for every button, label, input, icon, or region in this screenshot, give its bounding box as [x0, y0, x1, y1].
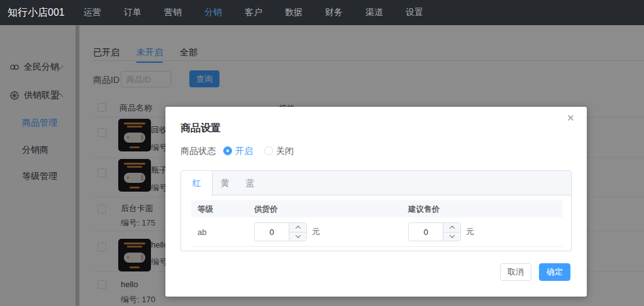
- topnav-item-orders[interactable]: 订单: [124, 7, 142, 18]
- column-header-suggested-price: 建议售价: [408, 205, 440, 214]
- supply-price-stepper: [254, 222, 307, 241]
- price-table-header: 等级 供货价 建议售价: [191, 200, 562, 217]
- topnav-item-settings[interactable]: 设置: [406, 7, 423, 18]
- tab-red[interactable]: 红: [181, 171, 213, 196]
- topnav-item-distribution[interactable]: 分销: [204, 7, 222, 18]
- topnav-item-marketing[interactable]: 营销: [164, 7, 182, 18]
- topnav-item-data[interactable]: 数据: [285, 7, 303, 18]
- topnav-item-customers[interactable]: 客户: [245, 7, 262, 18]
- close-icon[interactable]: ✕: [567, 113, 575, 123]
- suggested-price-stepper: [408, 222, 461, 241]
- price-table-row: ab 元: [191, 217, 562, 247]
- topnav-item-operations[interactable]: 运营: [84, 7, 101, 18]
- color-tabs-card: 红 黄 蓝 等级 供货价 建议售价 ab: [180, 170, 572, 251]
- product-settings-dialog: ✕ 商品设置 商品状态 开启 关闭 红 黄 蓝 等级 供货价 建议售价 ab: [165, 107, 587, 297]
- currency-unit: 元: [466, 226, 474, 238]
- radio-enable[interactable]: [223, 146, 232, 155]
- radio-disable-label[interactable]: 关闭: [276, 146, 294, 157]
- radio-enable-label[interactable]: 开启: [235, 146, 253, 157]
- increment-button[interactable]: [443, 223, 460, 232]
- topnav-item-channels[interactable]: 渠道: [365, 7, 383, 18]
- suggested-price-input[interactable]: [409, 223, 443, 241]
- tab-yellow[interactable]: 黄: [213, 171, 238, 196]
- tab-blue[interactable]: 蓝: [238, 171, 263, 196]
- brand-title: 知行小店001: [8, 0, 65, 25]
- decrement-button[interactable]: [289, 232, 306, 241]
- column-header-supply-price: 供货价: [254, 205, 278, 214]
- currency-unit: 元: [312, 226, 320, 238]
- product-status-label: 商品状态: [180, 146, 216, 157]
- top-navigation: 运营 订单 营销 分销 客户 数据 财务 渠道 设置: [84, 0, 423, 25]
- topbar: 知行小店001 运营 订单 营销 分销 客户 数据 财务 渠道 设置: [0, 0, 644, 25]
- cancel-button[interactable]: 取消: [500, 263, 531, 281]
- dialog-title: 商品设置: [180, 122, 221, 135]
- price-table: 等级 供货价 建议售价 ab 元: [191, 200, 562, 247]
- topnav-item-finance[interactable]: 财务: [325, 7, 343, 18]
- supply-price-input[interactable]: [255, 223, 289, 241]
- radio-disable[interactable]: [264, 146, 273, 155]
- increment-button[interactable]: [289, 223, 306, 232]
- decrement-button[interactable]: [443, 232, 460, 241]
- confirm-button[interactable]: 确定: [539, 263, 570, 281]
- color-tabs: 红 黄 蓝: [181, 171, 571, 195]
- level-value: ab: [197, 227, 206, 237]
- column-header-level: 等级: [197, 205, 213, 214]
